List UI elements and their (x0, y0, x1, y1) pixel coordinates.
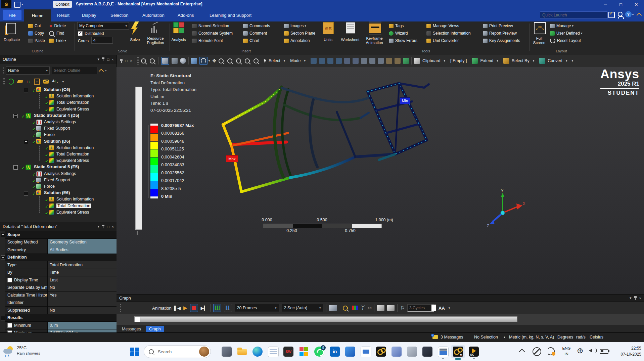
details-row-value[interactable]: Time (48, 269, 117, 277)
comment-button[interactable]: Comment (243, 30, 267, 36)
wireframe-icon[interactable] (172, 58, 178, 64)
select-edge-icon[interactable] (319, 58, 325, 64)
zoom-box-icon[interactable] (219, 58, 224, 63)
outline-pin-icon[interactable] (102, 57, 105, 61)
tree-item[interactable]: ✓Equivalent Stress (0, 106, 117, 112)
section-collapse-icon[interactable] (1, 256, 5, 260)
tree-item[interactable]: ✓Fixed Support (0, 177, 117, 183)
legend-band[interactable] (150, 133, 158, 141)
taskbar-solidworks[interactable]: SW (283, 347, 293, 357)
taskbar-office-grid[interactable] (299, 347, 309, 357)
annotation-tool-icon[interactable] (395, 58, 401, 64)
details-row-value[interactable]: Yes (48, 291, 117, 299)
camera-track-icon[interactable]: ✄ (368, 306, 372, 311)
tree-expander-icon[interactable] (13, 165, 18, 170)
triad[interactable]: Y X Z (484, 188, 527, 228)
legend-colorbar[interactable] (150, 126, 158, 196)
reset-layout-button[interactable]: Reset Layout (550, 38, 581, 44)
close-button[interactable]: ✕ (629, 0, 644, 9)
section-plane-button[interactable]: Section Plane (284, 30, 315, 36)
mode-menu[interactable]: Mode (290, 58, 301, 63)
resource-prediction-button[interactable] (150, 23, 160, 33)
tree-item[interactable]: ✓Total Deformation (0, 203, 117, 209)
details-row-value[interactable]: Last (48, 276, 117, 284)
select-body-icon[interactable] (336, 58, 342, 64)
details-row-value[interactable]: Total Deformation (48, 261, 117, 269)
section-collapse-icon[interactable] (1, 233, 5, 237)
status-messages[interactable]: 3 Messages (441, 335, 463, 340)
play-button[interactable]: ▶ (183, 305, 187, 311)
status-units[interactable]: Metric (m, kg, N, s, V, A) (509, 335, 554, 340)
solve-dialog-launcher-icon[interactable] (152, 42, 154, 45)
start-button[interactable] (130, 348, 139, 356)
details-row-value[interactable]: 7.6687e-004 m (48, 329, 117, 333)
tree-item[interactable]: ✓Equivalent Stress (0, 157, 117, 164)
tray-clock[interactable]: 22:55 07-10-2025 (616, 345, 641, 357)
images-button[interactable]: Images▾ (284, 23, 306, 29)
zoom-graph-icon[interactable] (343, 306, 348, 311)
tray-blocked-icon[interactable] (533, 347, 541, 356)
tree-expander-icon[interactable] (13, 114, 18, 118)
print-preview-button[interactable]: Print Preview (483, 23, 513, 29)
viewport[interactable]: E: Static Structural Total Deformation T… (117, 67, 644, 294)
menu-file[interactable]: File (3, 10, 21, 20)
copy-view-icon[interactable] (191, 58, 197, 64)
tree-item[interactable]: ✓Analysis Settings (0, 119, 117, 125)
antialias-label[interactable]: AA (439, 306, 445, 311)
report-preview-button[interactable]: Report Preview (483, 30, 517, 36)
tree-item[interactable]: ✓Solution Information (0, 145, 117, 151)
manage-views-button[interactable]: Manage Views (426, 23, 459, 29)
tray-chevron-icon[interactable] (519, 349, 525, 355)
quick-access-caret-icon[interactable]: ▾ (21, 3, 23, 6)
tree-button[interactable]: Tree▾ (49, 38, 66, 44)
tray-battery-icon[interactable] (600, 349, 608, 354)
keyframe-loop-icon[interactable] (387, 305, 395, 311)
expand-tree-icon[interactable]: + (34, 79, 40, 85)
status-selection[interactable]: No Selection (474, 335, 498, 340)
details-row-value[interactable] (48, 299, 117, 307)
convert-menu[interactable]: Convert (548, 58, 562, 63)
paste-button[interactable]: Paste (28, 38, 45, 44)
weather-icon[interactable] (3, 346, 15, 358)
wizard-button[interactable]: Wizard (389, 30, 408, 36)
keyframe-animation-button[interactable] (369, 23, 381, 34)
remote-point-button[interactable]: Remote Point (192, 38, 223, 44)
tree-expander-icon[interactable] (24, 191, 28, 195)
tray-sync-icon[interactable] (547, 347, 555, 355)
selection-filter-icon-1[interactable] (361, 58, 367, 64)
commands-button[interactable]: Commands (243, 23, 270, 29)
probe-icon[interactable] (386, 58, 392, 64)
legend-band[interactable] (150, 126, 158, 133)
status-angle[interactable]: Degrees (557, 335, 573, 340)
tree-item[interactable]: ✓Solution Information (0, 196, 117, 202)
viewport-maximize-icon[interactable]: □ (125, 59, 128, 63)
key-assignments-button[interactable]: Key Assignments (483, 38, 520, 44)
tab-messages[interactable]: Messages (119, 326, 144, 332)
tree-item[interactable]: ✓Static Structural 4 (D5) (0, 112, 117, 119)
show-hidden-icon[interactable] (43, 80, 49, 84)
pan-icon[interactable]: ✥ (212, 58, 216, 63)
distributed-checkbox[interactable]: Distributed (78, 31, 104, 37)
coordinate-system-button[interactable]: Coordinate System (192, 30, 233, 36)
tree-item[interactable]: ✓Force (0, 183, 117, 190)
outline-close-icon[interactable]: × (112, 57, 114, 61)
rotate-icon[interactable] (199, 57, 208, 65)
tree-item[interactable]: ✓Total Deformation (0, 151, 117, 157)
legend-band[interactable] (150, 181, 158, 188)
graph-panel-header[interactable]: Graph ▾ × (117, 295, 644, 302)
help-icon[interactable]: ? (625, 11, 632, 17)
menu-learning[interactable]: Learning and Support (210, 13, 251, 18)
timeline-handle[interactable] (134, 316, 140, 322)
zoom-next-icon[interactable] (254, 58, 259, 63)
taskbar-notepad[interactable] (268, 347, 279, 357)
taskbar-file-explorer[interactable] (237, 347, 247, 357)
taskbar-spaceclaim[interactable]: SC (469, 347, 479, 357)
zoom-magnify-icon[interactable] (236, 58, 241, 63)
details-panel-header[interactable]: Details of "Total Deformation" ▾ □ × (0, 222, 117, 231)
select-by-menu[interactable]: Select By (512, 58, 530, 63)
selection-filter-icon-2[interactable] (369, 58, 375, 64)
result-sets-icon[interactable] (213, 304, 221, 312)
taskbar-app-gray[interactable] (407, 347, 417, 357)
menu-home-active[interactable]: Home (24, 9, 51, 21)
copy-button[interactable]: Copy (28, 30, 44, 36)
